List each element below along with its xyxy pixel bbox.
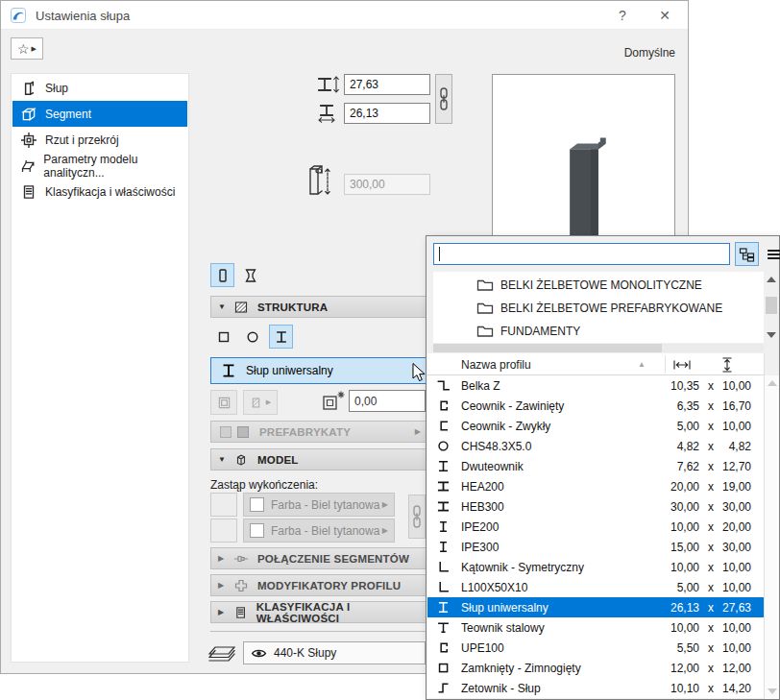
dimension-separator: x xyxy=(704,581,718,594)
profile-picker-popup: BELKI ŻELBETOWE MONOLITYCZNEBELKI ŻELBET… xyxy=(426,235,780,700)
profile-height: 4,82 xyxy=(717,440,751,453)
folder-item[interactable]: BELKI ŻELBETOWE PREFABRYKOWANE xyxy=(433,297,764,320)
scroll-up-icon[interactable] xyxy=(767,277,776,282)
box-3d-icon xyxy=(233,452,249,468)
scrollbar-thumb[interactable] xyxy=(433,344,662,352)
profile-search-input[interactable] xyxy=(433,243,730,265)
triangle-right-icon: ▶ xyxy=(218,608,228,616)
dimension-separator: x xyxy=(704,662,718,675)
sidebar-item-3[interactable]: Rzut i przekrój xyxy=(12,127,187,153)
folder-item[interactable]: BELKI ŻELBETOWE MONOLITYCZNE xyxy=(433,274,764,297)
finish-side-button[interactable] xyxy=(210,519,237,543)
section-segment-connection[interactable]: ▶ POŁĄCZENIE SEGMENTÓW xyxy=(210,547,428,569)
profile-height: 12,00 xyxy=(717,662,751,675)
section-profile-modifiers[interactable]: ▶ MODYFIKATORY PROFILU xyxy=(210,574,428,596)
profile-height: 27,63 xyxy=(717,601,751,615)
offset-field[interactable]: 0,00 xyxy=(349,390,426,412)
link-dimensions-button[interactable] xyxy=(435,74,452,124)
uniform-segment-toggle[interactable] xyxy=(210,263,234,287)
shape-rectangle-toggle[interactable] xyxy=(211,325,235,349)
divider xyxy=(210,631,428,632)
column-height-icon xyxy=(305,161,335,198)
sidebar-item-5[interactable]: Klasyfikacja i właściwości xyxy=(12,179,187,205)
finish-top-button[interactable] xyxy=(210,493,237,517)
section-classification[interactable]: ▶ KLASYFIKACJA I WŁAŚCIWOŚCI xyxy=(210,601,428,623)
profile-row[interactable]: IPE30015,00x30,00 xyxy=(427,537,765,558)
profile-row[interactable]: Zetownik - Słup10,10x14,20 xyxy=(427,678,765,698)
sidebar-item-4[interactable]: Parametry modelu analityczn... xyxy=(12,153,187,179)
scroll-down-icon[interactable] xyxy=(768,688,777,694)
profile-width: 6,35 xyxy=(634,399,699,413)
eye-icon xyxy=(251,645,267,662)
profile-row[interactable]: HEB30030,00x30,00 xyxy=(427,496,765,518)
l-angle-profile-icon xyxy=(436,560,451,574)
profile-row[interactable]: IPE20010,00x20,00 xyxy=(427,517,765,538)
close-button[interactable]: ✕ xyxy=(650,4,679,27)
sidebar-item-label: Słup xyxy=(45,82,68,95)
archicad-logo-icon xyxy=(11,8,26,23)
profile-row[interactable]: Teownik stalowy10,00x10,00 xyxy=(427,617,765,639)
profile-height: 16,70 xyxy=(717,399,751,413)
tree-view-button[interactable] xyxy=(735,242,759,266)
profile-table-header[interactable]: Nazwa profilu ▲ xyxy=(427,353,765,375)
scrollbar-thumb[interactable] xyxy=(766,297,777,314)
chevron-right-icon: ▶ xyxy=(382,526,388,535)
section-profile-modifiers-label: MODYFIKATORY PROFILU xyxy=(257,580,401,591)
link-finishes-button xyxy=(408,495,426,539)
profile-height: 14,20 xyxy=(717,682,751,695)
scroll-up-icon[interactable] xyxy=(768,380,777,386)
help-button[interactable]: ? xyxy=(608,4,637,27)
chain-icon xyxy=(411,503,423,530)
profile-row[interactable]: Dwuteownik7,62x12,70 xyxy=(427,456,765,477)
tapered-segment-toggle[interactable] xyxy=(238,263,262,287)
profile-height-value: 27,63 xyxy=(350,78,378,91)
list-view-button[interactable] xyxy=(762,242,780,266)
column-height-field: 300,00 xyxy=(344,174,430,195)
shape-profile-toggle[interactable] xyxy=(269,325,293,349)
dimension-separator: x xyxy=(704,601,718,615)
profile-row[interactable]: Kątownik - Symetryczny10,00x10,00 xyxy=(427,557,765,578)
profile-row[interactable]: Ceownik - Zwykły5,00x10,00 xyxy=(427,416,765,437)
sidebar-item-2[interactable]: Segment xyxy=(12,101,187,127)
dimension-separator: x xyxy=(704,500,718,514)
name-column-header[interactable]: Nazwa profilu xyxy=(461,358,531,372)
folder-label: BELKI ŻELBETOWE MONOLITYCZNE xyxy=(500,278,702,292)
dimension-separator: x xyxy=(704,641,718,655)
profile-name: Zetownik - Słup xyxy=(461,682,541,695)
z-beam-profile-icon xyxy=(436,378,451,393)
table-scrollbar[interactable] xyxy=(765,375,779,699)
defaults-label[interactable]: Domyślne xyxy=(577,46,675,60)
profile-row[interactable]: CHS48.3X5.04,82x4,82 xyxy=(427,436,765,457)
profile-row[interactable]: Zamknięty - Zimnogięty12,00x12,00 xyxy=(427,658,765,679)
profile-row[interactable]: HEA20020,00x19,00 xyxy=(427,476,765,497)
profile-row[interactable]: Słup uniwersalny26,13x27,63 xyxy=(427,597,765,618)
tree-horizontal-scrollbar[interactable] xyxy=(433,344,764,352)
profile-row[interactable]: L100X50X105,00x10,00 xyxy=(427,577,765,598)
profile-name: Ceownik - Zwykły xyxy=(461,420,550,433)
profile-height-icon xyxy=(317,75,340,94)
finish-side-value: Farba - Biel tytanowa xyxy=(271,524,379,538)
dimension-separator: x xyxy=(704,399,718,413)
profile-dropdown[interactable]: Słup uniwersalny ▶ xyxy=(210,357,427,384)
favorites-button[interactable]: ☆ ▶ xyxy=(11,37,43,60)
section-structure[interactable]: ▼ STRUKTURA xyxy=(210,296,428,318)
profile-height-field[interactable]: 27,63 xyxy=(344,74,430,95)
profile-row[interactable]: Ceownik - Zawinięty6,35x16,70 xyxy=(427,396,765,417)
dimension-separator: x xyxy=(704,440,718,453)
folder-item[interactable]: FUNDAMENTY xyxy=(433,320,764,343)
layer-dropdown[interactable]: 440-K Słupy xyxy=(243,641,426,664)
section-model[interactable]: ▼ MODEL xyxy=(210,448,428,471)
profile-width-field[interactable]: 26,13 xyxy=(344,103,430,124)
star-icon: ☆ xyxy=(17,42,30,56)
width-column-icon[interactable] xyxy=(673,360,691,370)
profile-row[interactable]: UPE1005,50x10,00 xyxy=(427,638,765,659)
shape-circle-toggle[interactable] xyxy=(240,325,264,349)
profile-dropdown-value: Słup uniwersalny xyxy=(246,364,333,377)
dimension-separator: x xyxy=(704,621,718,635)
tree-scrollbar[interactable] xyxy=(764,272,779,343)
sidebar-item-1[interactable]: Słup xyxy=(12,75,187,101)
height-column-icon[interactable] xyxy=(722,357,732,373)
profile-row[interactable]: Belka Z10,35x10,00 xyxy=(427,375,765,397)
scroll-down-icon[interactable] xyxy=(767,332,776,338)
i-narrow-profile-icon xyxy=(436,519,451,534)
